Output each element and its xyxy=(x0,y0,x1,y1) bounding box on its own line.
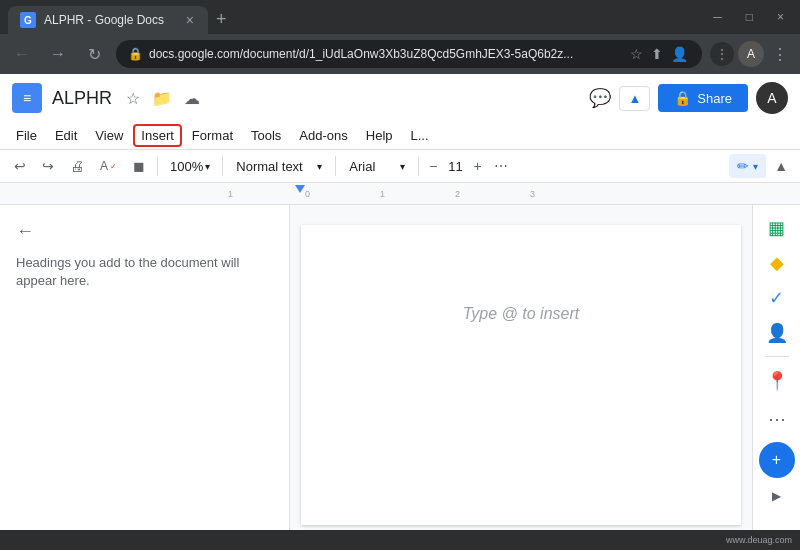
font-value: Arial xyxy=(349,159,375,174)
folder-icon[interactable]: 📁 xyxy=(148,87,176,110)
tab-favicon: G xyxy=(20,12,36,28)
menu-view[interactable]: View xyxy=(87,124,131,147)
redo-button[interactable]: ↪ xyxy=(36,154,60,178)
style-selector[interactable]: Normal text ▾ xyxy=(229,155,329,178)
paint-format-button[interactable]: ◼ xyxy=(127,154,151,178)
watermark-text: www.deuag.com xyxy=(726,535,792,545)
collapse-toolbar-button[interactable]: ▲ xyxy=(770,154,792,178)
user-avatar[interactable]: A xyxy=(756,82,788,114)
expand-sidebar-button[interactable]: ▶ xyxy=(759,478,795,514)
menu-insert[interactable]: Insert xyxy=(133,124,182,147)
toolbar-divider-4 xyxy=(418,156,419,176)
browser-profile-avatar[interactable]: A xyxy=(738,41,764,67)
back-button[interactable]: ← xyxy=(8,40,36,68)
title-icons: ☆ 📁 ☁ xyxy=(122,87,204,110)
font-selector[interactable]: Arial ▾ xyxy=(342,155,412,178)
url-box[interactable]: 🔒 docs.google.com/document/d/1_iUdLaOnw3… xyxy=(116,40,702,68)
outline-panel: ← Headings you add to the document will … xyxy=(0,205,290,530)
doc-title[interactable]: ALPHR xyxy=(52,88,112,109)
tasks-sidebar-icon[interactable]: ✓ xyxy=(759,283,795,314)
doc-area: ← Headings you add to the document will … xyxy=(0,205,800,530)
font-size-controls: − 11 + xyxy=(425,156,485,176)
lock-icon: 🔒 xyxy=(128,47,143,61)
share-button[interactable]: 🔒 Share xyxy=(658,84,748,112)
ruler-mark-1: 1 xyxy=(380,189,385,199)
menu-edit[interactable]: Edit xyxy=(47,124,85,147)
star-icon[interactable]: ☆ xyxy=(122,87,144,110)
keep-sidebar-icon[interactable]: ◆ xyxy=(759,248,795,279)
active-tab[interactable]: G ALPHR - Google Docs × xyxy=(8,6,208,34)
history-icon: ▲ xyxy=(628,91,641,106)
comment-button[interactable]: 💬 xyxy=(589,87,611,109)
decrease-font-button[interactable]: − xyxy=(425,156,441,176)
address-bar: ← → ↻ 🔒 docs.google.com/document/d/1_iUd… xyxy=(0,34,800,74)
doc-canvas[interactable]: Type @ to insert xyxy=(290,205,752,530)
toolbar-divider-1 xyxy=(157,156,158,176)
zoom-selector[interactable]: 100% ▾ xyxy=(164,156,216,177)
contacts-sidebar-icon[interactable]: 👤 xyxy=(759,317,795,348)
new-tab-button[interactable]: + xyxy=(208,5,235,34)
zoom-chevron: ▾ xyxy=(205,161,210,172)
browser-actions: ⋮ A ⋮ xyxy=(710,41,792,68)
increase-font-button[interactable]: + xyxy=(469,156,485,176)
ruler-mark-0: 0 xyxy=(305,189,310,199)
mode-chevron: ▾ xyxy=(753,161,758,172)
docs-logo: ≡ xyxy=(12,83,42,113)
style-value: Normal text xyxy=(236,159,302,174)
window-controls: ─ □ × xyxy=(705,6,792,28)
tab-area: G ALPHR - Google Docs × + xyxy=(8,0,701,34)
print-button[interactable]: 🖨 xyxy=(64,154,90,178)
history-button[interactable]: ▲ xyxy=(619,86,650,111)
title-bar: G ALPHR - Google Docs × + ─ □ × xyxy=(0,0,800,34)
menu-addons[interactable]: Add-ons xyxy=(291,124,355,147)
browser-frame: G ALPHR - Google Docs × + ─ □ × ← → ↻ 🔒 … xyxy=(0,0,800,550)
cloud-icon[interactable]: ☁ xyxy=(180,87,204,110)
font-size-value[interactable]: 11 xyxy=(443,157,467,176)
docs-app: ≡ ALPHR ☆ 📁 ☁ 💬 ▲ 🔒 Share xyxy=(0,74,800,550)
ruler-mark-neg1: 1 xyxy=(228,189,233,199)
tab-close-button[interactable]: × xyxy=(184,10,196,30)
reload-button[interactable]: ↻ xyxy=(80,40,108,68)
font-chevron: ▾ xyxy=(400,161,405,172)
sidebar-more-button[interactable]: ⋯ xyxy=(760,400,794,438)
bookmark-icon[interactable]: ☆ xyxy=(628,44,645,64)
menu-more[interactable]: L... xyxy=(403,124,437,147)
doc-placeholder: Type @ to insert xyxy=(463,305,579,323)
url-text: docs.google.com/document/d/1_iUdLaOnw3Xb… xyxy=(149,47,622,61)
editing-mode-button[interactable]: ✏ ▾ xyxy=(729,154,766,178)
close-window-button[interactable]: × xyxy=(769,6,792,28)
undo-button[interactable]: ↩ xyxy=(8,154,32,178)
ruler: 0 1 2 3 1 xyxy=(0,183,800,205)
toolbar-divider-3 xyxy=(335,156,336,176)
menu-file[interactable]: File xyxy=(8,124,45,147)
menu-format[interactable]: Format xyxy=(184,124,241,147)
share-page-icon[interactable]: ⬆ xyxy=(649,44,665,64)
maps-sidebar-icon[interactable]: 📍 xyxy=(759,365,795,396)
menu-help[interactable]: Help xyxy=(358,124,401,147)
document-page[interactable]: Type @ to insert xyxy=(301,225,741,525)
outline-back-button[interactable]: ← xyxy=(16,221,273,242)
minimize-button[interactable]: ─ xyxy=(705,6,730,28)
sheets-sidebar-icon[interactable]: ▦ xyxy=(759,213,795,244)
toolbar-right: ✏ ▾ ▲ xyxy=(729,154,792,178)
profile-icon[interactable]: 👤 xyxy=(669,44,690,64)
tab-title: ALPHR - Google Docs xyxy=(44,13,176,27)
add-sidebar-button[interactable]: + xyxy=(759,442,795,478)
docs-title-row: ≡ ALPHR ☆ 📁 ☁ 💬 ▲ 🔒 Share xyxy=(0,74,800,122)
extension-icon[interactable]: ⋮ xyxy=(710,42,734,66)
spell-check-button[interactable]: A✓ xyxy=(94,155,123,177)
ruler-indent-marker[interactable] xyxy=(295,185,305,193)
style-chevron: ▾ xyxy=(317,161,322,172)
maximize-button[interactable]: □ xyxy=(738,6,761,28)
zoom-value: 100% xyxy=(170,159,203,174)
url-actions: ☆ ⬆ 👤 xyxy=(628,44,690,64)
right-sidebar: ▦ ◆ ✓ 👤 📍 ⋯ + ▶ xyxy=(752,205,800,530)
menu-bar: File Edit View Insert Format Tools Add-o… xyxy=(0,122,800,149)
pen-icon: ✏ xyxy=(737,158,749,174)
outline-hint: Headings you add to the document will ap… xyxy=(16,254,273,290)
browser-menu-button[interactable]: ⋮ xyxy=(768,41,792,68)
menu-tools[interactable]: Tools xyxy=(243,124,289,147)
forward-button[interactable]: → xyxy=(44,40,72,68)
more-toolbar-button[interactable]: ⋯ xyxy=(490,154,512,178)
watermark-bar: www.deuag.com xyxy=(0,530,800,550)
